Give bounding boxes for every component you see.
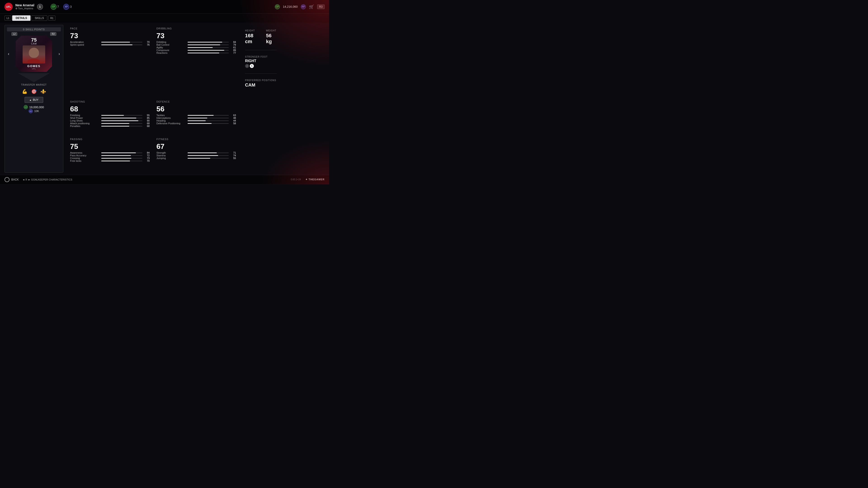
- stat-bar-bg: [188, 115, 229, 116]
- stat-bar-bg: [101, 158, 143, 159]
- cart-icon[interactable]: 🛒: [309, 4, 314, 9]
- stat-value: 85: [144, 117, 150, 119]
- main-content: 0 SKILL POINTS ‹ 75 CAM GOMES UFL › L2 R…: [0, 23, 329, 175]
- player-name: GOMES: [27, 64, 40, 68]
- player-face: [23, 45, 45, 64]
- stat-value: 73: [144, 157, 150, 160]
- stat-value: 76: [144, 43, 150, 46]
- buy-btn-label: BUY: [33, 98, 39, 101]
- weight-group: WEIGHT 56 kg: [266, 29, 277, 44]
- badge-icon[interactable]: 🎯: [31, 89, 37, 94]
- buy-button[interactable]: ▲ BUY: [25, 97, 43, 103]
- stat-bar-fill: [188, 42, 222, 42]
- shooting-value: 68: [70, 105, 150, 112]
- grid-spacer: [243, 100, 322, 135]
- stat-row: Attack positioning68: [70, 122, 150, 125]
- thegamer-logo: ✦ THEGAMER: [305, 178, 324, 181]
- bottom-nav[interactable]: ◄ R ► GOALKEEPER CHARACTERISTICS: [22, 178, 72, 181]
- tab-l1[interactable]: L1: [4, 15, 11, 21]
- stat-row: Heading44: [156, 119, 236, 122]
- l2-button[interactable]: L2: [11, 32, 17, 36]
- stat-name: Acceleration: [70, 41, 99, 43]
- stat-bar-fill: [188, 121, 206, 121]
- stat-row: Strength71: [156, 151, 236, 154]
- stat-bar-bg: [101, 161, 143, 161]
- stat-name: Pass Accuracy: [70, 154, 99, 157]
- back-button[interactable]: BACK: [4, 177, 19, 182]
- stat-row: Acceleration70: [70, 41, 150, 43]
- bottom-left: BACK ◄ R ► GOALKEEPER CHARACTERISTICS: [4, 177, 72, 182]
- dribbling-value: 73: [156, 32, 236, 39]
- tab-r1[interactable]: R1: [48, 15, 55, 21]
- info-divider-1: [245, 50, 277, 50]
- tab-details[interactable]: DETAILS: [12, 15, 30, 21]
- stat-bar-fill: [101, 118, 136, 119]
- cp-value: 7: [57, 5, 59, 8]
- stat-bar-fill: [188, 115, 214, 116]
- header: UFL New Arsenal Tom_Hopkins 1 CP 7 XP 3 …: [0, 0, 329, 13]
- stat-value: 70: [144, 41, 150, 43]
- tab-bar: L1 DETAILS SKILLS R1: [0, 13, 329, 23]
- tab-skills[interactable]: SKILLS: [31, 15, 48, 21]
- ufl-logo: UFL: [4, 3, 13, 11]
- stat-bar-bg: [101, 123, 143, 124]
- stat-bar-fill: [101, 115, 124, 116]
- stat-bar-fill: [188, 155, 218, 156]
- price-rp-value: 10K: [34, 109, 39, 113]
- height-value: 168 cm: [245, 33, 259, 44]
- cp-badge: CP: [51, 4, 57, 10]
- info-panel: HEIGHT 168 cm WEIGHT 56 kg STRONGER FOOT…: [243, 27, 279, 98]
- back-label: BACK: [11, 178, 19, 181]
- price-rp-icon: RP: [29, 109, 33, 113]
- positions-group: PREFERRED POSITIONS CAM: [245, 79, 277, 88]
- muscle-icon[interactable]: 💪: [22, 89, 28, 94]
- stat-name: Strength: [156, 151, 186, 154]
- nav-left-arrow[interactable]: ‹: [8, 52, 9, 56]
- dribbling-label: Dribbling: [156, 27, 172, 30]
- stat-value: 63: [230, 114, 236, 117]
- fitness-label: FITNESS: [156, 138, 168, 140]
- r2-button[interactable]: R2: [50, 32, 56, 36]
- star-icon[interactable]: ⚜️: [40, 89, 46, 94]
- stat-bar-bg: [188, 121, 229, 121]
- stat-value: 79: [230, 43, 236, 46]
- fitness-stats: Strength71Stamina74Jumping55: [156, 151, 236, 160]
- xp-value: 3: [70, 5, 72, 8]
- pace-category: PACE 73 Acceleration70Sprint speed76: [70, 27, 150, 98]
- stat-value: 55: [144, 114, 150, 117]
- stat-row: Shot Power85: [70, 117, 150, 119]
- weight-label: WEIGHT: [266, 29, 277, 32]
- stat-row: Stamina74: [156, 154, 236, 157]
- stat-bar-fill: [101, 121, 138, 121]
- stat-name: Agility: [156, 46, 186, 49]
- positions-label: PREFERRED POSITIONS: [245, 79, 277, 82]
- info-divider-2: [245, 73, 277, 74]
- stat-row: Finishing55: [70, 114, 150, 117]
- stat-bar-fill: [101, 155, 131, 156]
- stat-row: Defensive Positioning58: [156, 122, 236, 125]
- stat-bar-fill: [101, 126, 129, 127]
- stat-bar-bg: [188, 123, 229, 124]
- stat-bar-bg: [101, 42, 143, 42]
- stat-value: 68: [144, 122, 150, 125]
- r3-button[interactable]: R3: [317, 4, 324, 9]
- stat-row: Agility61: [156, 46, 236, 49]
- player-card-bg: 75 CAM GOMES UFL: [16, 36, 52, 72]
- bottom-bar: BACK ◄ R ► GOALKEEPER CHARACTERISTICS 0.…: [0, 175, 329, 184]
- passing-stats: Awareness84Pass Accuracy72Crossing73Free…: [70, 151, 150, 162]
- stat-bar-bg: [101, 153, 143, 153]
- stat-row: Reactions77: [156, 52, 236, 54]
- shooting-header: SHOOTING: [70, 100, 150, 103]
- stat-bar-bg: [188, 155, 229, 156]
- pace-stats: Acceleration70Sprint speed76: [70, 41, 150, 46]
- header-rp-icon: RP: [301, 4, 306, 9]
- buy-btn-arrow: ▲: [29, 99, 32, 101]
- nav-right-arrow[interactable]: ›: [59, 52, 60, 56]
- defence-header: DEFENCE: [156, 100, 236, 103]
- stat-value: 84: [230, 41, 236, 43]
- stat-bar-fill: [188, 153, 217, 153]
- price-cp-icon: CP: [24, 105, 28, 109]
- price-cp-value: 19,000,000: [29, 105, 44, 109]
- positions-value: CAM: [245, 83, 277, 88]
- stat-name: Shot Power: [70, 117, 99, 119]
